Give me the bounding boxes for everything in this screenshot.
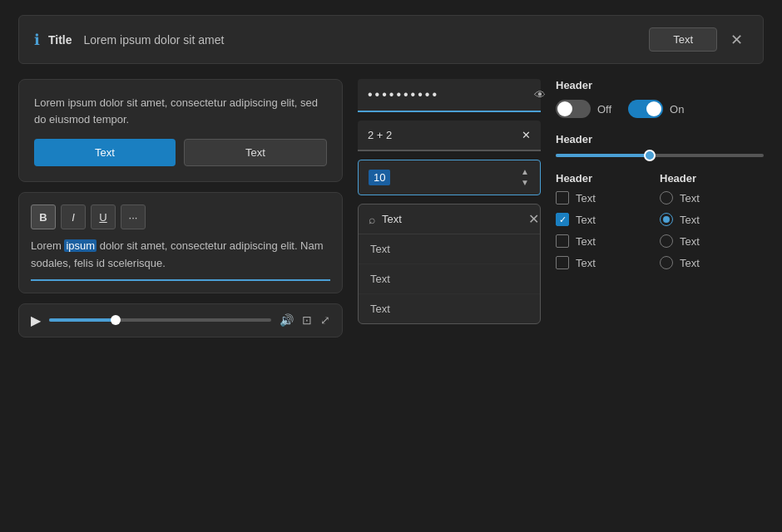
checkbox-label-1: Text [576,192,596,204]
checkbox-item-3: Text [556,234,660,248]
editor-toolbar: B I U ··· [31,204,330,229]
dropdown: ⌕ ✕ Text Text Text [358,204,541,324]
checkbox-item-4: Text [556,256,660,269]
toggles-header: Header [556,79,764,91]
radio-label-1: Text [680,192,700,204]
dropdown-clear-icon[interactable]: ✕ [528,211,539,227]
checkboxes-column: Header Text Text Text Text [556,172,660,278]
checkbox-2[interactable] [556,213,569,226]
toggle-on-group: On [628,100,684,118]
dropdown-search-input[interactable] [382,213,522,225]
radio-1[interactable] [660,191,673,204]
toggle-on-label: On [670,103,684,116]
numeric-field[interactable]: 10 ▲ ▼ [358,160,541,195]
secondary-button[interactable]: Text [184,139,327,166]
dropdown-item-1[interactable]: Text [359,234,540,264]
editor-card: B I U ··· Lorem ipsum dolor sit amet, co… [18,192,343,293]
slider-header: Header [556,133,764,145]
player-controls: 🔊 ⊡ ⤢ [280,313,330,327]
eye-icon[interactable]: 👁 [534,88,546,101]
underline-button[interactable]: U [91,204,116,229]
checkbox-item-1: Text [556,191,660,204]
radio-2[interactable] [660,213,673,226]
close-button[interactable]: ✕ [725,29,748,51]
card-button-row: Text Text [34,139,327,166]
player-thumb [111,315,121,325]
slider-track[interactable] [556,154,764,157]
expand-icon[interactable]: ⤢ [320,313,330,327]
radios-column: Header Text Text Text Text [660,172,764,278]
media-player: ▶ 🔊 ⊡ ⤢ [18,303,343,337]
checkbox-1[interactable] [556,191,569,204]
radios-header: Header [660,172,764,185]
top-bar-subtitle: Lorem ipsum dolor sit amet [84,33,225,47]
editor-highlight: ipsum [64,239,97,252]
checkbox-label-3: Text [576,235,596,248]
top-bar: ℹ Title Lorem ipsum dolor sit amet Text … [18,15,764,64]
toggle-on[interactable] [628,100,663,118]
editor-content[interactable]: Lorem ipsum dolor sit amet, consectetur … [31,238,330,281]
primary-button[interactable]: Text [34,139,176,166]
middle-column: 👁 2 + 2 ✕ 10 ▲ ▼ ⌕ ✕ Text Text Text [358,79,541,337]
italic-button[interactable]: I [61,204,86,229]
top-bar-title: Title [48,33,72,47]
captions-icon[interactable]: ⊡ [302,313,312,327]
clear-icon[interactable]: ✕ [522,129,531,141]
toggle-off-label: Off [597,103,611,116]
left-column: Lorem ipsum dolor sit amet, consectetur … [18,79,343,337]
password-input[interactable] [368,87,534,102]
editor-text-before: Lorem [31,239,64,252]
radio-item-3: Text [660,234,764,248]
checkbox-label-4: Text [576,257,596,269]
dropdown-item-3[interactable]: Text [359,294,540,323]
radio-3[interactable] [660,234,673,248]
card-description: Lorem ipsum dolor sit amet, consectetur … [34,95,327,127]
checkbox-3[interactable] [556,234,569,248]
decrement-button[interactable]: ▼ [520,178,530,188]
search-icon: ⌕ [369,213,375,226]
checkbox-4[interactable] [556,256,569,269]
radio-label-4: Text [680,257,700,269]
slider-thumb [644,150,656,161]
radio-item-2: Text [660,213,764,226]
radio-item-1: Text [660,191,764,204]
player-fill [49,318,116,322]
toggle-off[interactable] [556,100,591,118]
numeric-arrows: ▲ ▼ [520,167,530,188]
slider-section: Header [556,133,764,157]
toggles-row: Off On [556,100,764,118]
dropdown-item-2[interactable]: Text [359,264,540,294]
toggle-on-thumb [646,101,661,116]
increment-button[interactable]: ▲ [520,167,530,177]
checkbox-label-2: Text [576,214,596,226]
more-button[interactable]: ··· [121,204,146,229]
password-field[interactable]: 👁 [358,79,541,112]
bold-button[interactable]: B [31,204,56,229]
toggle-off-group: Off [556,100,611,118]
player-track[interactable] [49,318,271,322]
checkbox-item-2: Text [556,213,660,226]
checkboxes-header: Header [556,172,660,185]
slider-fill [556,154,650,157]
info-card: Lorem ipsum dolor sit amet, consectetur … [18,79,343,182]
radio-label-2: Text [680,214,700,226]
controls-row: Header Text Text Text Text [556,172,764,278]
toggle-off-thumb [557,101,572,116]
main-layout: Lorem ipsum dolor sit amet, consectetur … [18,79,764,337]
radio-4[interactable] [660,256,673,269]
numeric-value: 10 [369,170,390,185]
play-button[interactable]: ▶ [31,313,41,328]
equation-field[interactable]: 2 + 2 ✕ [358,121,541,151]
info-icon: ℹ [34,31,40,49]
top-bar-action-button[interactable]: Text [649,27,717,52]
radio-item-4: Text [660,256,764,269]
radio-label-3: Text [680,235,700,248]
right-column: Header Off On Header [556,79,764,337]
dropdown-search-bar: ⌕ ✕ [359,204,540,234]
equation-value: 2 + 2 [368,129,392,141]
volume-icon[interactable]: 🔊 [280,313,294,327]
